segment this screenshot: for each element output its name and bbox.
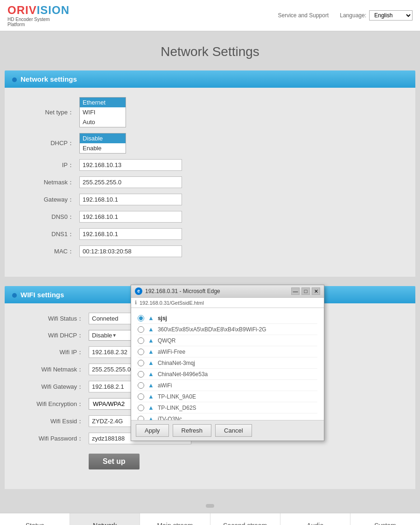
dns0-row: DNS0： bbox=[23, 211, 397, 223]
wifi-network-name: sjsj bbox=[158, 315, 167, 322]
gateway-label: Gateway： bbox=[23, 196, 79, 204]
netmask-row: Netmask： bbox=[23, 176, 397, 188]
service-support-link[interactable]: Service and Support bbox=[278, 12, 329, 19]
popup-buttons: Apply Refresh Cancel bbox=[131, 420, 324, 441]
nav-item-main-stream[interactable]: Main stream bbox=[140, 513, 210, 525]
language-select[interactable]: English Chinese bbox=[369, 10, 413, 21]
popup-cancel-button[interactable]: Cancel bbox=[215, 424, 252, 437]
gateway-input[interactable] bbox=[79, 194, 182, 205]
wifi-network-name: TP-LINK_9A0E bbox=[158, 393, 196, 400]
net-type-option-wifi[interactable]: WIFI bbox=[80, 107, 126, 117]
wifi-list-item[interactable]: ▲ChinaNet-8496e53a bbox=[138, 369, 317, 380]
wifi-network-name: 360\xE5\x85\xA5\xBD\xE8\xB4\xB9WiFi-2G bbox=[158, 326, 266, 333]
wifi-radio-5[interactable] bbox=[138, 371, 144, 378]
wifi-popup-window: e 192.168.0.31 - Microsoft Edge — □ ✕ ℹ … bbox=[131, 285, 324, 441]
edge-browser-icon: e bbox=[135, 287, 142, 295]
dns0-input[interactable] bbox=[79, 211, 182, 223]
wifi-radio-0[interactable] bbox=[138, 315, 144, 322]
nav-item-audio[interactable]: Audio bbox=[280, 513, 350, 525]
wifi-dhcp-dropdown[interactable]: Disable ▼ bbox=[89, 330, 135, 341]
wifi-signal-icon: ▲ bbox=[148, 404, 154, 411]
network-settings-section: Network settings Net type： Ethernet WIFI… bbox=[5, 70, 415, 277]
popup-content: ▲sjsj▲360\xE5\x85\xA5\xBD\xE8\xB4\xB9WiF… bbox=[131, 308, 324, 420]
wifi-list-item[interactable]: ▲aWiFi bbox=[138, 380, 317, 391]
popup-restore-button[interactable]: □ bbox=[301, 287, 310, 295]
popup-controls: — □ ✕ bbox=[291, 287, 320, 295]
wifi-list-item[interactable]: ▲ChinaNet-3mqj bbox=[138, 357, 317, 369]
wifi-radio-1[interactable] bbox=[138, 326, 144, 333]
nav-item-network[interactable]: Network bbox=[70, 513, 140, 525]
dropdown-arrow-icon: ▼ bbox=[112, 333, 132, 338]
popup-title-text: 192.168.0.31 - Microsoft Edge bbox=[145, 288, 220, 294]
wifi-radio-8[interactable] bbox=[138, 405, 144, 411]
dhcp-list[interactable]: Disable Enable bbox=[79, 133, 126, 154]
bottom-nav: Status Network Main stream Second stream… bbox=[0, 513, 420, 525]
nav-item-second-stream[interactable]: Second stream bbox=[210, 513, 280, 525]
net-type-option-auto[interactable]: Auto bbox=[80, 117, 126, 127]
wifi-signal-icon: ▲ bbox=[148, 359, 154, 366]
wifi-list-item[interactable]: ▲aWiFi-Free bbox=[138, 346, 317, 357]
popup-minimize-button[interactable]: — bbox=[291, 287, 300, 295]
wifi-dhcp-value: Disable bbox=[92, 332, 112, 339]
dhcp-label: DHCP： bbox=[23, 139, 79, 147]
header-right: Service and Support Language: English Ch… bbox=[278, 10, 413, 21]
wifi-list-item[interactable]: ▲iTV-Q3Nc bbox=[138, 413, 317, 420]
net-type-option-ethernet[interactable]: Ethernet bbox=[80, 98, 126, 107]
wifi-gateway-label: Wifi Gateway： bbox=[23, 383, 89, 391]
wifi-ip-label: Wifi IP： bbox=[23, 348, 89, 357]
dhcp-option-enable[interactable]: Enable bbox=[80, 143, 126, 153]
wifi-radio-6[interactable] bbox=[138, 382, 144, 389]
wifi-radio-2[interactable] bbox=[138, 337, 144, 344]
popup-close-button[interactable]: ✕ bbox=[312, 287, 320, 295]
wifi-list-item[interactable]: ▲TP-LINK_9A0E bbox=[138, 391, 317, 402]
wifi-list-item[interactable]: ▲360\xE5\x85\xA5\xBD\xE8\xB4\xB9WiFi-2G bbox=[138, 324, 317, 335]
dns0-label: DNS0： bbox=[23, 213, 79, 221]
wifi-radio-7[interactable] bbox=[138, 393, 144, 400]
language-label: Language: bbox=[340, 12, 366, 19]
wifi-settings-body: Wifi Status： Wifi DHCP： Disable ▼ Wifi I… bbox=[5, 303, 415, 489]
nav-item-status[interactable]: Status bbox=[0, 513, 70, 525]
wifi-network-name: QWQR bbox=[158, 337, 176, 344]
scroll-dot bbox=[206, 504, 214, 508]
wifi-list-item[interactable]: ▲TP-LINK_D62S bbox=[138, 402, 317, 413]
ip-row: IP： bbox=[23, 159, 397, 171]
wifi-signal-icon: ▲ bbox=[148, 315, 154, 322]
wifi-network-name: iTV-Q3Nc bbox=[158, 416, 182, 420]
popup-apply-button[interactable]: Apply bbox=[136, 424, 169, 437]
wifi-list-item[interactable]: ▲sjsj bbox=[138, 313, 317, 324]
network-settings-body: Net type： Ethernet WIFI Auto DHCP： Disab… bbox=[5, 88, 415, 277]
dns1-input[interactable] bbox=[79, 228, 182, 240]
mac-input[interactable] bbox=[79, 245, 182, 257]
wifi-signal-icon: ▲ bbox=[148, 382, 154, 389]
wifi-essid-label: Wifi Essid： bbox=[23, 417, 89, 426]
wifi-radio-9[interactable] bbox=[138, 416, 144, 420]
header: ORIVISION HD Encoder System Platform Ser… bbox=[0, 0, 420, 31]
wifi-radio-3[interactable] bbox=[138, 349, 144, 355]
setup-button[interactable]: Set up bbox=[89, 454, 140, 469]
ip-input[interactable] bbox=[79, 159, 182, 171]
dns1-row: DNS1： bbox=[23, 228, 397, 240]
wifi-network-name: TP-LINK_D62S bbox=[158, 405, 196, 411]
popup-address-text[interactable]: 192.168.0.31/GetSsidE.html bbox=[140, 300, 204, 306]
nav-item-system[interactable]: System bbox=[350, 513, 420, 525]
wifi-network-name: aWiFi bbox=[158, 382, 172, 389]
popup-refresh-button[interactable]: Refresh bbox=[173, 424, 212, 437]
dhcp-row: DHCP： Disable Enable bbox=[23, 133, 397, 154]
address-bar-icon: ℹ bbox=[135, 300, 137, 306]
popup-titlebar: e 192.168.0.31 - Microsoft Edge — □ ✕ bbox=[131, 285, 324, 298]
dns1-label: DNS1： bbox=[23, 230, 79, 238]
net-type-dropdown-container: Ethernet WIFI Auto bbox=[79, 97, 126, 127]
wifi-status-label: Wifi Status： bbox=[23, 315, 89, 323]
net-type-list[interactable]: Ethernet WIFI Auto bbox=[79, 97, 126, 127]
mac-row: MAC： bbox=[23, 245, 397, 257]
wifi-list-item[interactable]: ▲QWQR bbox=[138, 335, 317, 346]
wifi-radio-4[interactable] bbox=[138, 360, 144, 366]
wifi-signal-icon: ▲ bbox=[148, 371, 154, 378]
gateway-row: Gateway： bbox=[23, 194, 397, 205]
net-type-label: Net type： bbox=[23, 108, 79, 117]
popup-title: e 192.168.0.31 - Microsoft Edge bbox=[135, 287, 220, 295]
net-type-row: Net type： Ethernet WIFI Auto bbox=[23, 97, 397, 127]
wifi-settings-section: WIFI settings Wifi Status： Wifi DHCP： Di… bbox=[5, 286, 415, 489]
netmask-input[interactable] bbox=[79, 176, 182, 188]
dhcp-option-disable[interactable]: Disable bbox=[80, 133, 126, 143]
